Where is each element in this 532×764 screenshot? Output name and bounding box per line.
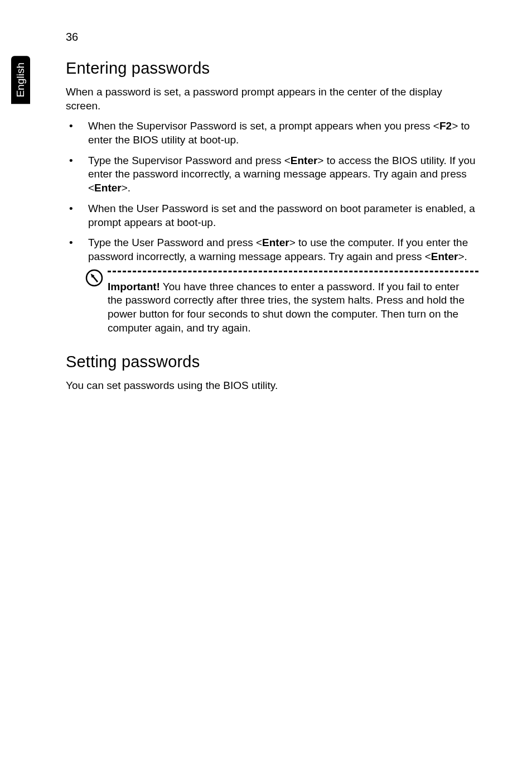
intro-paragraph-1: When a password is set, a password promp…: [66, 85, 478, 113]
important-note: Important! You have three chances to ent…: [88, 271, 478, 335]
key-label: Enter: [262, 237, 289, 248]
bullet-text: Type the Supervisor Password and press <: [88, 155, 291, 166]
list-item: Type the Supervisor Password and press <…: [66, 154, 478, 195]
page-number: 36: [66, 31, 478, 44]
heading-entering-passwords: Entering passwords: [66, 59, 478, 78]
page-content: 36 Entering passwords When a password is…: [66, 31, 478, 400]
key-label: F2: [439, 120, 452, 132]
note-text: Important! You have three chances to ent…: [108, 280, 478, 335]
note-divider: [108, 271, 478, 272]
heading-setting-passwords: Setting passwords: [66, 353, 478, 371]
section-setting-passwords: Setting passwords You can set passwords …: [66, 353, 478, 393]
pin-icon: [85, 268, 104, 287]
language-tab: English: [11, 56, 30, 104]
note-label: Important!: [108, 281, 160, 292]
bullet-text: >.: [122, 182, 130, 194]
key-label: Enter: [291, 155, 318, 166]
intro-paragraph-2: You can set passwords using the BIOS uti…: [66, 379, 478, 393]
svg-rect-1: [92, 276, 97, 281]
bullet-text: Type the User Password and press <: [88, 237, 262, 248]
bullet-text: When the Supervisor Password is set, a p…: [88, 120, 439, 132]
key-label: Enter: [94, 182, 122, 194]
list-item: Type the User Password and press <Enter>…: [66, 236, 478, 263]
key-label: Enter: [431, 251, 458, 262]
list-item: When the Supervisor Password is set, a p…: [66, 119, 478, 147]
bullet-text: >.: [458, 251, 467, 262]
bullet-list-1: When the Supervisor Password is set, a p…: [66, 119, 478, 263]
list-item: When the User Password is set and the pa…: [66, 202, 478, 229]
note-body: You have three chances to enter a passwo…: [108, 281, 465, 334]
bullet-text: When the User Password is set and the pa…: [88, 203, 475, 228]
